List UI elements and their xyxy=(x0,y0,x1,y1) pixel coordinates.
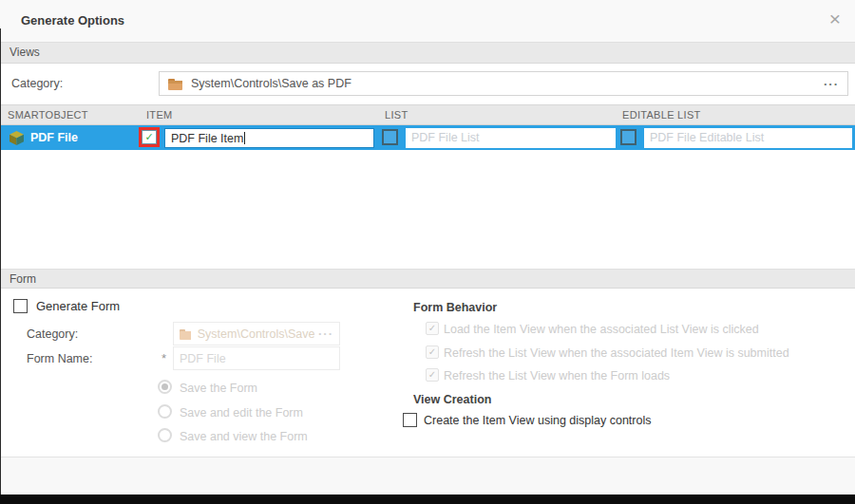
form-category-value: System\Controls\Save as F xyxy=(198,327,318,341)
dialog-footer: i OK CANCEL xyxy=(0,457,855,495)
generate-form-checkbox[interactable] xyxy=(13,299,28,313)
form-name-label: Form Name: xyxy=(27,352,92,365)
views-category-input[interactable]: System\Controls\Save as PDF ··· xyxy=(159,71,848,96)
form-category-ellipsis: ··· xyxy=(318,327,333,341)
col-list: LIST xyxy=(385,105,408,124)
item-checkbox-highlight: ✓ xyxy=(139,127,160,147)
item-name-value: PDF File Item xyxy=(171,132,243,145)
browse-ellipsis-button[interactable]: ··· xyxy=(824,77,839,91)
view-creation-heading: View Creation xyxy=(413,393,491,406)
item-checkbox[interactable]: ✓ xyxy=(142,130,157,144)
radio-selected-dot xyxy=(162,383,168,390)
radio-save-edit-form-label: Save and edit the Form xyxy=(180,406,303,420)
check-icon: ✓ xyxy=(428,347,436,357)
close-icon[interactable]: × xyxy=(829,8,841,30)
folder-icon xyxy=(180,328,191,340)
views-category-label: Category: xyxy=(11,77,63,90)
generate-options-dialog: Generate Options × Views Category: Syste… xyxy=(0,0,855,495)
smartobject-cube-icon xyxy=(9,130,25,146)
list-name-input[interactable]: PDF File List xyxy=(406,128,616,148)
folder-icon xyxy=(168,78,182,90)
check-icon: ✓ xyxy=(428,324,436,333)
table-header: SMARTOBJECT ITEM LIST EDITABLE LIST xyxy=(0,104,855,125)
behavior-checkbox-load-item-view: ✓ xyxy=(426,322,439,335)
behavior-label-refresh-list-loads: Refresh the List View when the Form load… xyxy=(444,369,670,383)
radio-save-form xyxy=(158,380,172,394)
editable-list-checkbox[interactable] xyxy=(620,129,636,145)
form-section-header: Form xyxy=(0,269,855,289)
editable-list-placeholder: PDF File Editable List xyxy=(650,131,764,144)
col-item: ITEM xyxy=(146,105,172,124)
form-category-label: Category: xyxy=(27,327,78,341)
form-behavior-heading: Form Behavior xyxy=(413,301,497,314)
text-caret xyxy=(244,132,245,144)
form-category-input-disabled: System\Controls\Save as F ··· xyxy=(173,322,340,345)
behavior-checkbox-refresh-list-submitted: ✓ xyxy=(426,345,439,359)
check-icon: ✓ xyxy=(144,132,153,142)
smartobject-name: PDF File xyxy=(30,125,78,150)
radio-save-view-form xyxy=(158,428,172,442)
list-checkbox[interactable] xyxy=(382,129,398,145)
list-placeholder: PDF File List xyxy=(411,131,480,144)
required-asterisk: * xyxy=(162,351,166,365)
views-category-value: System\Controls\Save as PDF xyxy=(191,77,352,90)
dialog-title: Generate Options xyxy=(21,0,124,42)
form-section-label: Form xyxy=(10,272,36,286)
behavior-label-refresh-list-submitted: Refresh the List View when the associate… xyxy=(444,346,789,360)
create-item-view-checkbox[interactable] xyxy=(403,413,417,427)
radio-save-form-label: Save the Form xyxy=(180,382,257,395)
generate-form-label: Generate Form xyxy=(36,299,120,313)
create-item-view-label: Create the Item View using display contr… xyxy=(424,414,651,427)
editable-list-name-input[interactable]: PDF File Editable List xyxy=(644,128,852,148)
col-editable-list: EDITABLE LIST xyxy=(622,105,701,124)
views-section-label: Views xyxy=(10,46,40,59)
col-smartobject: SMARTOBJECT xyxy=(8,105,88,124)
radio-save-view-form-label: Save and view the Form xyxy=(180,430,308,443)
behavior-label-load-item-view: Load the Item View when the associated L… xyxy=(444,323,759,336)
radio-save-edit-form xyxy=(158,404,172,419)
form-name-value: PDF File xyxy=(180,352,226,365)
check-icon: ✓ xyxy=(428,370,436,380)
form-name-input-disabled: PDF File xyxy=(173,346,340,370)
views-section-header: Views xyxy=(0,42,855,64)
dialog-titlebar: Generate Options × xyxy=(0,0,855,42)
behavior-checkbox-refresh-list-loads: ✓ xyxy=(426,368,439,382)
table-row[interactable]: PDF File ✓ PDF File Item PDF File List P… xyxy=(0,125,855,150)
item-name-input[interactable]: PDF File Item xyxy=(164,128,374,148)
window-left-edge xyxy=(0,28,1,495)
